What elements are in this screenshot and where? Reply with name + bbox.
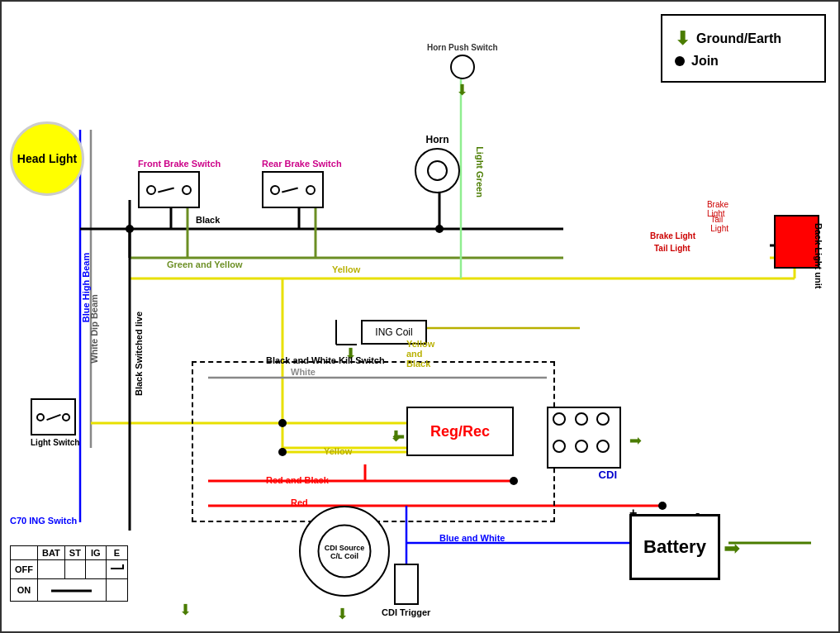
rear-brake-label: Rear Brake Switch xyxy=(262,159,342,169)
horn: Horn xyxy=(415,134,460,193)
battery-label: Battery xyxy=(643,536,706,558)
horn-ground-arrow: ⬇ xyxy=(427,81,498,99)
white-wire-label: White xyxy=(291,367,316,377)
yellow-black-label: Yellow and Black xyxy=(406,339,434,369)
cdi-output-arrow: ⬇ xyxy=(627,435,645,447)
tail-light-label: Tail Light xyxy=(710,215,728,233)
horn-push-label: Horn Push Switch xyxy=(427,43,498,52)
cl-coil-label: C/L Coil xyxy=(330,551,358,559)
cdi-trigger-label: CDI Trigger xyxy=(382,607,430,617)
ign-ground-arrow: ⬇ xyxy=(179,601,192,619)
svg-point-36 xyxy=(658,502,667,510)
head-light-label: Head Light xyxy=(17,152,77,165)
light-green-label: Light Green xyxy=(475,146,485,198)
tail-light-box xyxy=(774,215,819,269)
cdi-source-circle: CDI Source C/L Coil xyxy=(299,506,390,597)
red-black-label: Red and Black xyxy=(266,475,329,485)
kill-switch-label: Black and White Kill Switch xyxy=(266,355,385,365)
tail-light-line-label: Tail Light xyxy=(654,244,691,253)
black-wire-label: Black xyxy=(196,215,220,225)
battery-minus: - xyxy=(695,506,700,521)
cdi-unit: CDI ⬇ xyxy=(547,407,621,481)
light-switch-label: Light Switch xyxy=(31,438,79,447)
legend-box: ⬇ Ground/Earth Join xyxy=(661,14,826,83)
legend-join: Join xyxy=(675,54,812,69)
black-switched-live-label: Black Switched live xyxy=(134,312,144,396)
legend-join-label: Join xyxy=(691,54,719,69)
battery-output-arrow: ⬇ xyxy=(721,540,744,557)
yellow-label-2: Yellow xyxy=(324,446,352,456)
light-switch: Light Switch xyxy=(31,398,79,447)
rear-brake-switch: Rear Brake Switch xyxy=(262,159,342,208)
reg-rec-box: Reg/Rec xyxy=(406,407,514,456)
horn-label: Horn xyxy=(415,134,460,145)
reg-rec-arrow-in: ⬇ xyxy=(389,431,407,443)
front-brake-label: Front Brake Switch xyxy=(138,159,221,169)
off-symbol xyxy=(107,560,127,577)
legend-ground-label: Ground/Earth xyxy=(696,31,781,46)
ignition-table: BAT ST IG E OFF ON xyxy=(10,545,128,602)
head-light: Head Light xyxy=(10,121,84,196)
battery-box: Battery xyxy=(629,514,720,580)
wiring-diagram: ⬇ Ground/Earth Join Head Light Blue High… xyxy=(0,0,840,633)
c70-ing-switch-label: C70 ING Switch xyxy=(10,516,77,526)
legend-ground: ⬇ Ground/Earth xyxy=(675,28,812,50)
brake-light-line-label: Brake Light xyxy=(650,231,695,240)
green-yellow-label: Green and Yellow xyxy=(167,259,243,269)
svg-point-34 xyxy=(435,225,444,233)
front-brake-switch: Front Brake Switch xyxy=(138,159,221,208)
blue-white-label: Blue and White xyxy=(439,533,505,543)
horn-push-switch: Horn Push Switch ⬇ xyxy=(427,43,498,99)
cdi-label: CDI xyxy=(547,469,621,481)
yellow-wire-label: Yellow xyxy=(332,264,360,274)
back-light-unit: ⬇ Back Light unit Brake Light Tail Light xyxy=(774,215,786,236)
ground-arrow-icon: ⬇ xyxy=(675,28,690,50)
red-wire-label: Red xyxy=(291,497,308,507)
back-light-unit-label: Back Light unit xyxy=(814,223,823,288)
on-symbol xyxy=(49,581,94,597)
battery-plus: + xyxy=(629,506,637,521)
white-dip-beam-label: White Dip Beam xyxy=(89,294,99,364)
cdi-trigger: CDI Trigger xyxy=(382,564,430,617)
ing-coil: ING Coil Yellow and Black ⬇ xyxy=(332,316,373,352)
cdi-source-ground-arrow: ⬇ xyxy=(336,605,349,623)
svg-point-33 xyxy=(126,225,134,233)
join-dot-icon xyxy=(675,56,685,66)
